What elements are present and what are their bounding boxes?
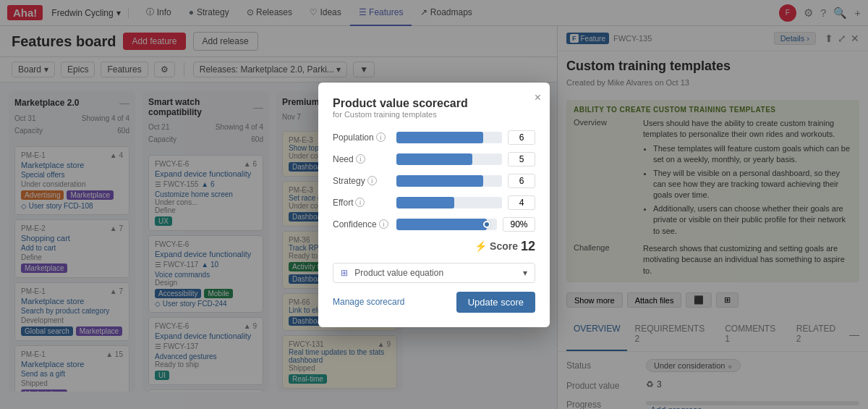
effort-bar bbox=[396, 197, 502, 208]
score-row-strategy: Strategy i bbox=[333, 174, 535, 188]
population-bar-fill bbox=[396, 132, 483, 143]
confidence-label: Confidence i bbox=[333, 219, 391, 229]
modal-close-button[interactable]: × bbox=[535, 91, 541, 104]
modal-subtitle: for Custom training templates bbox=[333, 110, 535, 119]
need-bar bbox=[396, 153, 502, 165]
population-input[interactable] bbox=[508, 130, 535, 145]
score-number: 12 bbox=[521, 239, 535, 254]
score-row-confidence: Confidence i bbox=[333, 217, 535, 232]
need-bar-fill bbox=[396, 153, 472, 165]
modal-footer: Manage scorecard Update score bbox=[333, 292, 535, 313]
score-label: Score bbox=[490, 240, 518, 252]
score-total: ⚡ Score 12 bbox=[333, 239, 535, 254]
population-label: Population i bbox=[333, 132, 391, 143]
confidence-handle[interactable] bbox=[483, 221, 490, 228]
manage-scorecard-link[interactable]: Manage scorecard bbox=[333, 297, 404, 307]
score-icon: ⚡ bbox=[475, 240, 487, 252]
confidence-bar[interactable] bbox=[396, 219, 497, 230]
equation-dropdown-icon: ▾ bbox=[523, 268, 527, 278]
confidence-input[interactable] bbox=[503, 217, 535, 232]
strategy-bar bbox=[396, 175, 502, 187]
population-info-icon[interactable]: i bbox=[376, 132, 386, 142]
equation-selector[interactable]: ⊞ Product value equation ▾ bbox=[333, 263, 535, 283]
scorecard-modal: Product value scorecard for Custom train… bbox=[318, 83, 550, 327]
confidence-bar-fill bbox=[396, 219, 487, 230]
score-row-need: Need i bbox=[333, 152, 535, 166]
modal-overlay[interactable]: Product value scorecard for Custom train… bbox=[0, 0, 868, 400]
need-info-icon[interactable]: i bbox=[356, 154, 365, 164]
modal-title: Product value scorecard bbox=[333, 97, 535, 110]
need-label: Need i bbox=[333, 154, 391, 164]
update-score-button[interactable]: Update score bbox=[456, 292, 535, 313]
equation-label: Product value equation bbox=[354, 268, 443, 278]
strategy-bar-fill bbox=[396, 175, 483, 187]
effort-bar-fill bbox=[396, 197, 454, 208]
score-row-population: Population i bbox=[333, 130, 535, 145]
effort-info-icon[interactable]: i bbox=[355, 198, 365, 207]
confidence-info-icon[interactable]: i bbox=[379, 219, 388, 229]
effort-label: Effort i bbox=[333, 198, 391, 208]
strategy-input[interactable] bbox=[508, 174, 535, 188]
strategy-info-icon[interactable]: i bbox=[367, 176, 377, 185]
strategy-label: Strategy i bbox=[333, 176, 391, 186]
effort-input[interactable] bbox=[508, 195, 535, 210]
need-input[interactable] bbox=[508, 152, 535, 166]
equation-icon: ⊞ bbox=[341, 268, 348, 278]
population-bar bbox=[396, 132, 502, 143]
score-row-effort: Effort i bbox=[333, 195, 535, 210]
